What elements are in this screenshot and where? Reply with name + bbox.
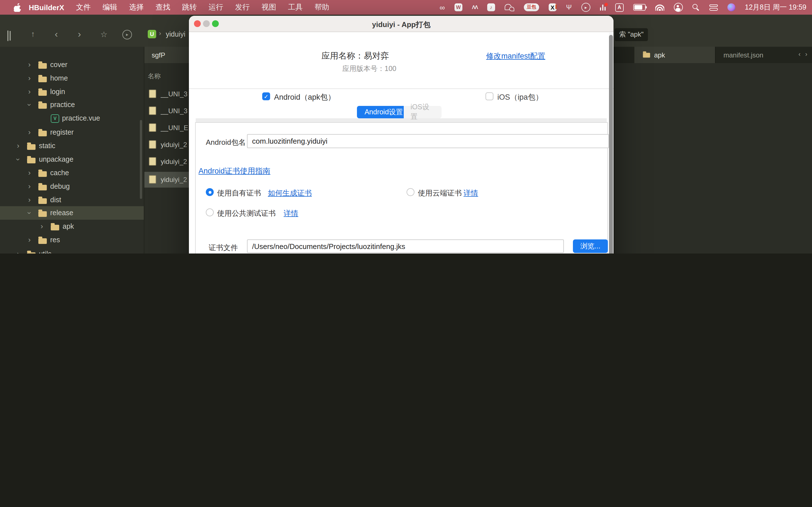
menu-find[interactable]: 查找: [155, 2, 171, 12]
breadcrumb-project[interactable]: yiduiyi: [166, 31, 192, 38]
sidebar-item-res[interactable]: ›res: [0, 233, 144, 247]
file-row[interactable]: __UNI_E: [149, 123, 188, 132]
tab-scroll-right-icon[interactable]: ›: [805, 51, 807, 57]
battery-status-icon[interactable]: [633, 4, 646, 11]
menu-view[interactable]: 视图: [261, 2, 277, 12]
cloud-cert-label[interactable]: 使用云端证书: [418, 188, 462, 198]
x-app-status-icon[interactable]: X: [549, 3, 557, 11]
control-center-icon[interactable]: [709, 4, 718, 10]
sidebar-item-cover[interactable]: ›cover: [0, 58, 144, 71]
forward-icon[interactable]: ›: [78, 29, 81, 40]
tab-scroll-left-icon[interactable]: ‹: [799, 51, 801, 57]
edit-manifest-link[interactable]: 修改manifest配置: [486, 51, 545, 61]
file-row[interactable]: __UNI_3: [149, 107, 188, 115]
chevron-right-icon[interactable]: ›: [28, 180, 31, 193]
wifi-status-icon[interactable]: [655, 4, 664, 10]
tab-manifest-json[interactable]: manifest.json: [716, 47, 805, 63]
knot-status-icon[interactable]: ∞: [440, 3, 445, 11]
file-row-selected[interactable]: yiduiyi_2: [149, 175, 187, 184]
sidebar-item-apk[interactable]: ›apk: [0, 220, 144, 233]
tree-scrollbar[interactable]: [140, 120, 142, 199]
android-cert-guide-link[interactable]: Android证书使用指南: [199, 166, 270, 176]
own-cert-radio[interactable]: [206, 188, 214, 196]
android-package-checkbox[interactable]: [262, 93, 270, 100]
sidebar-item-dist[interactable]: ›dist: [0, 193, 144, 207]
tab-ios-settings[interactable]: iOS设置: [404, 106, 442, 118]
menu-edit[interactable]: 编辑: [102, 2, 118, 12]
sidebar-item-unpackage[interactable]: ›unpackage: [0, 153, 144, 166]
menu-publish[interactable]: 发行: [235, 2, 250, 12]
dialog-title-bar[interactable]: yiduiyi - App打包: [189, 16, 613, 32]
chevron-right-icon[interactable]: ›: [28, 233, 31, 247]
sidebar-item-static[interactable]: ›static: [0, 139, 144, 153]
chevron-right-icon[interactable]: ›: [41, 220, 43, 233]
chevron-right-icon[interactable]: ›: [28, 58, 31, 71]
run-icon[interactable]: ▸: [122, 30, 132, 40]
file-row[interactable]: __UNI_3: [149, 90, 188, 98]
browse-button[interactable]: 浏览...: [573, 239, 608, 253]
toggle-sidebar-icon[interactable]: [7, 31, 8, 41]
chevron-right-icon[interactable]: ›: [28, 126, 31, 139]
public-test-cert-label[interactable]: 使用公共测试证书: [217, 209, 276, 219]
chevron-right-icon[interactable]: ›: [28, 166, 31, 180]
search-input[interactable]: 索 "apk": [615, 28, 648, 41]
w-app-status-icon[interactable]: W: [455, 3, 462, 11]
menu-file[interactable]: 文件: [75, 2, 91, 12]
android-package-label[interactable]: Android（apk包）: [274, 93, 336, 103]
sidebar-item-cache[interactable]: ›cache: [0, 166, 144, 180]
chevron-right-icon[interactable]: ›: [17, 247, 19, 253]
chevron-down-icon[interactable]: ›: [22, 104, 36, 106]
star-icon[interactable]: ☆: [100, 30, 107, 39]
own-cert-label[interactable]: 使用自有证书: [217, 188, 261, 198]
menu-help[interactable]: 帮助: [314, 2, 330, 12]
sidebar-item-utils[interactable]: ›utils: [0, 247, 144, 253]
wechat-status-icon[interactable]: [505, 4, 514, 11]
menu-tools[interactable]: 工具: [288, 2, 303, 12]
file-list-header-name[interactable]: 名称: [148, 72, 161, 80]
user-switch-status-icon[interactable]: [674, 3, 683, 12]
public-test-cert-radio[interactable]: [206, 209, 214, 216]
menu-goto[interactable]: 跳转: [182, 2, 197, 12]
sidebar-item-home[interactable]: ›home: [0, 71, 144, 85]
tab-android-settings[interactable]: Android设置: [357, 106, 410, 118]
back-icon[interactable]: ‹: [55, 29, 58, 40]
doubao-status-icon[interactable]: 豆包: [524, 3, 539, 11]
cloud-cert-radio[interactable]: [407, 188, 414, 196]
play-circle-status-icon[interactable]: ▸: [581, 3, 591, 12]
audio-wave-status-icon[interactable]: [600, 4, 606, 11]
chevron-down-icon[interactable]: ›: [22, 212, 36, 214]
siri-icon[interactable]: [727, 3, 735, 11]
sidebar-item-login[interactable]: ›login: [0, 85, 144, 99]
upload-icon[interactable]: ↑: [31, 29, 35, 38]
sidebar-item-register[interactable]: ›register: [0, 126, 144, 139]
file-row[interactable]: yiduiyi_2: [149, 157, 187, 166]
menu-select[interactable]: 选择: [129, 2, 144, 12]
menu-clock[interactable]: 12月8日 周一 19:59: [745, 3, 806, 12]
tab-apk-folder[interactable]: apk: [635, 47, 716, 63]
chevron-down-icon[interactable]: ›: [11, 158, 25, 161]
chevron-right-icon[interactable]: ›: [17, 139, 19, 153]
chevron-right-icon[interactable]: ›: [28, 71, 31, 85]
music-app-status-icon[interactable]: ♪: [487, 3, 495, 11]
utensils-status-icon[interactable]: Ψ: [566, 3, 572, 11]
sidebar-item-release[interactable]: ›release: [0, 206, 144, 220]
dialog-scrollbar-track[interactable]: [609, 33, 613, 253]
cloud-cert-detail-link[interactable]: 详情: [463, 188, 478, 198]
chevron-right-icon[interactable]: ›: [28, 85, 31, 99]
mountains-status-icon[interactable]: ΛΛ: [472, 4, 477, 10]
sidebar-item-debug[interactable]: ›debug: [0, 180, 144, 193]
cert-file-input[interactable]: [247, 239, 564, 253]
file-row[interactable]: yiduiyi_2: [149, 140, 187, 149]
apple-icon[interactable]: [13, 3, 21, 14]
package-name-input[interactable]: [247, 134, 609, 148]
menu-app-name[interactable]: HBuilderX: [28, 3, 65, 11]
public-cert-detail-link[interactable]: 详情: [284, 209, 298, 219]
sidebar-item-practice-vue[interactable]: Vpractice.vue: [0, 112, 144, 125]
spotlight-search-icon[interactable]: [693, 4, 700, 11]
ios-package-checkbox[interactable]: [486, 93, 493, 100]
input-source-status-icon[interactable]: A: [615, 3, 624, 11]
sidebar-item-practice[interactable]: ›practice: [0, 98, 144, 112]
chevron-right-icon[interactable]: ›: [28, 193, 31, 207]
menu-run[interactable]: 运行: [208, 2, 224, 12]
how-to-generate-cert-link[interactable]: 如何生成证书: [268, 188, 312, 198]
